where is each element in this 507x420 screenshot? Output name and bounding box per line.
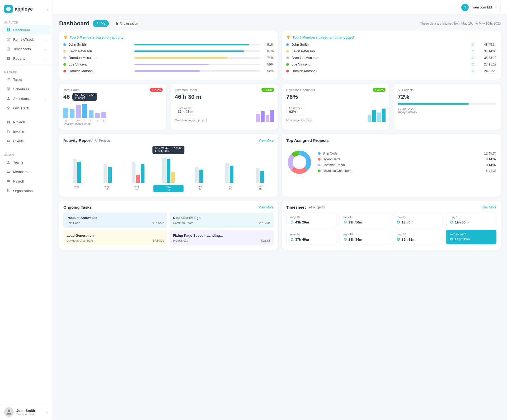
attendance-icon — [6, 96, 11, 101]
projects-icon — [6, 120, 11, 124]
ts-time-val: 28h 34m — [349, 237, 362, 241]
sidebar-item-reports[interactable]: Reports ⌄ — [2, 54, 50, 63]
legend-dot — [318, 170, 321, 172]
sidebar-item-label-gpstrack: GPSTrack — [13, 106, 46, 110]
common-room-sublabel: Last week — [178, 106, 193, 110]
sidebar-item-timesheets[interactable]: Timesheets ⌄ — [2, 44, 50, 53]
activity-date-label: may10 — [63, 185, 90, 192]
mini-bar — [377, 113, 381, 122]
sidebar-item-attendance[interactable]: Attendance ⌄ — [2, 94, 50, 103]
activity-view-more[interactable]: View More — [259, 139, 274, 142]
sidebar-item-label-clients: Clients — [13, 139, 46, 143]
me-button[interactable]: Me — [93, 20, 109, 27]
mini-bar — [261, 111, 265, 122]
sidebar-item-payroll[interactable]: Payroll — [2, 177, 50, 186]
svg-rect-3 — [9, 30, 10, 31]
organization-button[interactable]: Organization — [112, 20, 142, 27]
gray-bar — [104, 164, 107, 183]
timesheets-icon — [6, 47, 11, 51]
all-projects-date: 1 June, 2020 — [398, 107, 496, 110]
sidebar-item-projects[interactable]: Projects — [2, 118, 50, 127]
trophy-icon: 🏆 — [63, 35, 68, 39]
teal-bar — [230, 166, 233, 183]
member-dot — [286, 50, 289, 53]
timesheet-item: may 10 ⏱ 43h 26m — [286, 213, 337, 227]
legend-dot — [318, 158, 321, 161]
sidebar-item-schedules[interactable]: Schedules — [2, 85, 50, 94]
weekly-time: ⏱ 148h 12m — [450, 237, 493, 241]
topbar: T Transcom Ltd. ⌄ — [53, 0, 507, 15]
ongoing-tasks-card: Ongoing Tasks View More Product Showcase… — [59, 201, 278, 250]
task-name: Lead Generation — [67, 234, 164, 237]
dashboard-header: Dashboard Me Organization These data are… — [59, 20, 501, 27]
sidebar-item-label-organization: Organization — [13, 189, 46, 193]
member-name: Kevin Peterson — [69, 49, 132, 53]
middle-row: Activity Report All Projects View More T… — [59, 134, 501, 197]
sidebar-item-teams[interactable]: Teams — [2, 158, 50, 167]
svg-rect-2 — [7, 30, 8, 31]
ts-time: ⏱ 43h 26m — [290, 220, 333, 224]
sidebar-item-dashboard[interactable]: Dashboard — [2, 25, 50, 34]
timesheet-sub: All Projects — [309, 206, 325, 209]
weekly-label: Weekly Total — [450, 232, 493, 236]
task-project: Ship Code — [67, 221, 80, 225]
sidebar-item-clients[interactable]: Clients — [2, 137, 50, 146]
chevron-down-icon-ts: ⌄ — [44, 48, 46, 50]
bars-inner — [104, 164, 112, 183]
teal-bar — [77, 162, 81, 183]
sidebar-item-label-timesheets: Timesheets — [13, 47, 41, 51]
user-chevron[interactable]: ⌄ — [46, 410, 48, 414]
member-dot — [286, 57, 289, 59]
time-member-row: Lue Vincent ⏱ 27:11:17 — [286, 62, 496, 66]
davidson-subval: 62% — [289, 110, 302, 114]
sidebar-item-label-schedules: Schedules — [13, 87, 46, 91]
svg-rect-1 — [9, 28, 10, 30]
progress-bar — [134, 44, 260, 45]
donut-legend: Ship Code 12:45:34 Hyleon Tetra 8:14:07 … — [318, 152, 496, 173]
sidebar-item-label-attendance: Attendance — [13, 97, 41, 101]
mini-bar — [382, 109, 386, 122]
clients-icon — [6, 139, 11, 143]
tasks-view-more[interactable]: View More — [259, 206, 274, 209]
task-time: 29:17:34 — [259, 221, 270, 225]
teal-bar — [199, 170, 203, 183]
sidebar-item-invoice[interactable]: Invoice — [2, 127, 50, 136]
top-projects-header: Top Assigned Projects — [286, 138, 496, 143]
bar-wed — [76, 105, 81, 118]
task-name: Product Showcase — [67, 216, 164, 220]
teams-icon — [6, 160, 11, 164]
legend-name: Ship Code — [323, 152, 482, 155]
act-bar-group — [246, 168, 274, 183]
timesheet-item: may 13 ⏱ 19h 56m — [446, 213, 497, 227]
sidebar-item-organization[interactable]: Organization — [2, 186, 50, 195]
ts-date: may 16 — [397, 233, 439, 236]
top5-time-title: 🏆 Top 5 Members based on time logged — [286, 35, 496, 39]
timesheet-view-more[interactable]: View More — [482, 206, 496, 209]
mini-bar — [270, 110, 274, 122]
task-time: 41:56:27 — [153, 221, 164, 225]
org-selector[interactable]: T Transcom Ltd. ⌄ — [458, 2, 501, 13]
logo-text: apploye — [15, 6, 33, 12]
sidebar-item-members[interactable]: Members — [2, 167, 50, 176]
activity-date-label: may15 — [217, 185, 244, 192]
user-company: Transcom Ltd. — [16, 413, 35, 416]
sidebar-item-label-payroll: Payroll — [13, 179, 46, 183]
sidebar-item-gpstrack[interactable]: GPSTrack — [2, 104, 50, 113]
clock-icon: ⏱ — [450, 237, 453, 241]
davidson-card: Davidson Chambers 76% ↑ 3.5% Last week 6… — [282, 84, 389, 130]
davidson-label: Davidson Chambers — [286, 88, 385, 92]
gray-bar — [225, 163, 229, 183]
act-bar-group: Time Worked: 07:20:00 Activity: 42% — [155, 158, 182, 183]
progress-bar — [134, 64, 260, 65]
ts-date: may 15 — [344, 233, 386, 236]
logo-area: apploye ‹ — [0, 0, 53, 18]
collapse-button[interactable]: ‹ — [47, 7, 48, 11]
clock-icon: ⏱ — [472, 56, 475, 60]
members-icon — [6, 170, 11, 174]
all-projects-value: 72% — [398, 94, 496, 100]
timesheet-item: may 11 ⏱ 23h 56m — [340, 213, 390, 227]
sidebar-item-remotetrack[interactable]: RemoteTrack ⌄ — [2, 35, 50, 44]
sidebar-item-tasks[interactable]: Tasks — [2, 75, 50, 84]
member-pct: 59% — [265, 63, 274, 66]
svg-rect-4 — [7, 180, 10, 182]
